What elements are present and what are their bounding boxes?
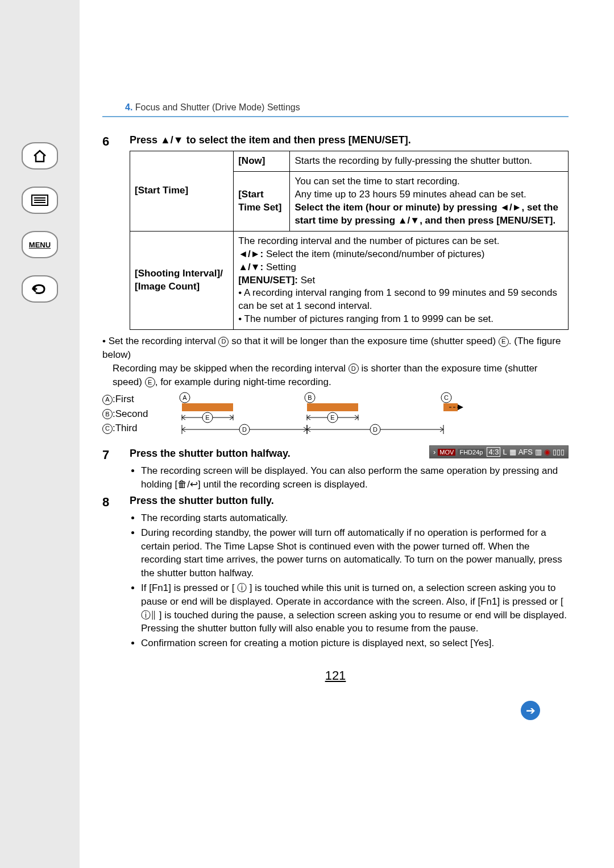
step-number: 6 bbox=[102, 134, 119, 330]
svg-rect-11 bbox=[307, 403, 358, 411]
toc-icon[interactable] bbox=[22, 187, 58, 214]
menu-button[interactable]: MENU bbox=[22, 231, 58, 258]
shooting-interval-desc: The recording interval and the number of… bbox=[234, 231, 569, 330]
menu-label: MENU bbox=[29, 241, 51, 249]
status-mov: MOV bbox=[438, 449, 455, 456]
page-content: 4. Focus and Shutter (Drive Mode) Settin… bbox=[80, 0, 580, 868]
list-item: The recording starts automatically. bbox=[141, 511, 569, 525]
battery-icon: ▯▯▯ bbox=[553, 448, 565, 456]
start-time-label: [Start Time] bbox=[130, 151, 234, 232]
svg-text:A: A bbox=[183, 394, 188, 401]
step-number: 8 bbox=[102, 495, 119, 651]
histogram-icon: ▥ bbox=[535, 448, 542, 456]
list-item: The recording screen will be displayed. … bbox=[141, 464, 569, 491]
list-item: If [Fn1] is pressed or [ ⓘ ] is touched … bbox=[141, 581, 569, 635]
notes: • Set the recording interval D so that i… bbox=[102, 334, 569, 388]
step-7: 7 Press the shutter button halfway. › MO… bbox=[102, 448, 569, 493]
circled-e: E bbox=[499, 337, 509, 347]
settings-table: [Start Time] [Now] Starts the recording … bbox=[130, 151, 569, 330]
svg-text:B: B bbox=[308, 394, 312, 401]
svg-text:E: E bbox=[331, 414, 335, 421]
step-6-title: Press ▲/▼ to select the item and then pr… bbox=[130, 134, 569, 146]
status-afs: AFS bbox=[518, 448, 533, 456]
step-8-title: Press the shutter button fully. bbox=[130, 495, 569, 507]
list-item: During recording standby, the power will… bbox=[141, 526, 569, 580]
afs-icon: ▦ bbox=[509, 448, 516, 456]
svg-text:E: E bbox=[206, 414, 210, 421]
svg-rect-10 bbox=[182, 403, 233, 411]
table-row: [Shooting Interval]/ [Image Count] The r… bbox=[130, 231, 569, 330]
timing-legend: A:First B:Second C:Third A B C bbox=[102, 392, 569, 443]
list-item: Confirmation screen for creating a motio… bbox=[141, 636, 569, 650]
step-8: 8 Press the shutter button fully. The re… bbox=[102, 495, 569, 651]
step-8-bullets: The recording starts automatically. Duri… bbox=[133, 511, 569, 650]
timelapse-icon: ◉ bbox=[544, 448, 550, 456]
page-number: 121 bbox=[102, 668, 569, 683]
breadcrumb: 4. Focus and Shutter (Drive Mode) Settin… bbox=[102, 11, 569, 117]
sidebar: MENU bbox=[0, 0, 80, 868]
back-icon[interactable] bbox=[22, 275, 58, 303]
start-time-set-desc: You can set the time to start recording.… bbox=[290, 171, 569, 231]
breadcrumb-text: Focus and Shutter (Drive Mode) Settings bbox=[135, 102, 300, 112]
step-7-title: Press the shutter button halfway. bbox=[130, 448, 429, 460]
svg-text:C: C bbox=[444, 394, 449, 401]
status-ratio: 4:3 bbox=[487, 447, 500, 457]
timing-diagram: A B C bbox=[165, 392, 569, 443]
shooting-interval-label: [Shooting Interval]/ [Image Count] bbox=[130, 231, 234, 330]
home-icon[interactable] bbox=[22, 142, 58, 170]
step-number: 7 bbox=[102, 448, 119, 493]
svg-text:D: D bbox=[373, 426, 377, 433]
step-6: 6 Press ▲/▼ to select the item and then … bbox=[102, 134, 569, 330]
circled-d: D bbox=[218, 337, 229, 347]
status-fhd: FHD24p bbox=[458, 449, 484, 456]
status-size: L bbox=[503, 448, 507, 456]
breadcrumb-number: 4. bbox=[125, 102, 132, 112]
now-label: [Now] bbox=[234, 151, 290, 172]
legend-list: A:First B:Second C:Third bbox=[102, 392, 148, 436]
now-desc: Starts the recording by fully-pressing t… bbox=[290, 151, 569, 172]
step-7-bullets: The recording screen will be displayed. … bbox=[133, 464, 569, 491]
camera-status-bar: › MOV FHD24p 4:3 L ▦ AFS ▥ ◉ ▯▯▯ bbox=[429, 445, 569, 458]
table-row: [Start Time] [Now] Starts the recording … bbox=[130, 151, 569, 172]
next-page-icon[interactable]: ➔ bbox=[521, 701, 540, 720]
svg-text:D: D bbox=[242, 426, 247, 433]
start-time-set-label: [Start Time Set] bbox=[234, 171, 290, 231]
